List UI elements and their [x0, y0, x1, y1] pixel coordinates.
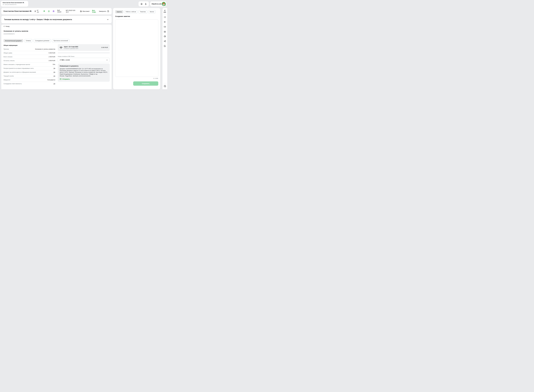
tab-cancellations[interactable]: Отмены — [24, 39, 32, 42]
mail-icon — [60, 78, 61, 80]
finish-label: Завершить — [99, 10, 106, 12]
flag-icon — [43, 10, 45, 12]
c-circle-icon — [48, 10, 50, 12]
external-link-icon — [164, 10, 166, 11]
notes-tabs: Заметка Работа с кейсом Тематика Звонок — [115, 10, 155, 13]
tab-call[interactable]: Звонок — [148, 10, 155, 13]
send-label: Отправить — [62, 78, 70, 80]
client-name: Константин Константинович М. — [4, 10, 32, 12]
tab-topic[interactable]: Тематика — [138, 10, 147, 13]
finish-session-button[interactable]: Завершить — [99, 10, 109, 12]
general-info-section: Общая информация ПричинаУклонение от упл… — [4, 45, 55, 86]
document-info-title: Информация по документу — [60, 65, 108, 67]
document-title: Уклонение от уплаты налогов — [4, 30, 28, 32]
tab-joint-debtors[interactable]: Солидарные должники — [33, 39, 51, 42]
table-row: Осталось списать3 000 RUR — [4, 59, 55, 63]
copy-icon[interactable] — [3, 4, 4, 5]
save-button[interactable]: Сохранить — [133, 81, 158, 86]
arrest-amount: 5 000 RUR — [101, 47, 108, 48]
extra-info-link[interactable]: Доп. инфа — [92, 10, 99, 13]
table-row: Можно списывать с периодических выплат70… — [4, 63, 55, 66]
check-circle-icon[interactable] — [164, 45, 166, 47]
avatar — [162, 2, 166, 6]
document-tabs: Исполнительный документ Отмены Солидарны… — [4, 39, 70, 42]
chevron-left-icon — [4, 26, 5, 27]
tab-case-work[interactable]: Работа с кейсом — [124, 10, 137, 13]
document-info-card: Информация по документу Документ №444400… — [58, 64, 110, 82]
divider — [163, 14, 166, 14]
list-icon[interactable] — [164, 16, 166, 18]
table-row: Текущий платёжДа — [4, 74, 55, 78]
card-icon[interactable] — [164, 26, 166, 28]
current-case-label: Обработка кей... — [152, 3, 162, 5]
document-info-body: Документ №444400099990876 (56 / 13 / 227… — [60, 68, 108, 77]
client-age: 67 лет — [37, 10, 41, 13]
topbar-actions — [139, 1, 149, 6]
table-row: ИммунитетУчитывается — [4, 78, 55, 82]
table-row: Документ на снятие ареста и обращение вз… — [4, 70, 55, 74]
collapsed-strip — [58, 52, 110, 53]
chevron-down-icon[interactable] — [107, 19, 109, 21]
notes-heading: Создание заметки — [115, 15, 130, 17]
tab-note[interactable]: Заметка — [115, 10, 123, 13]
segment-label: Массовый — [83, 10, 89, 12]
screen: Константин Константинович М. 23012670000… — [0, 0, 167, 89]
table-row: Всего списано2 000 RUR — [4, 55, 55, 59]
arrest-status: Отменён 5 декабря 2024 — [64, 48, 101, 49]
channel-web-sbol[interactable]: Веб СБОЛ — [57, 9, 64, 13]
arrest-card[interactable]: Арест • От 4 мая 2023 Отменён 5 декабря … — [58, 44, 110, 51]
table-row: ПричинаУклонение от уплаты алиментов — [4, 47, 55, 51]
client-chip-name: Константин Константинович М. — [3, 2, 27, 3]
context-title: Типовая выписка по вкладу / счёту • Запр… — [4, 19, 72, 20]
document-card: Назад Уклонение от уплаты налогов 444400… — [1, 25, 111, 89]
tools-sidebar: ЦЗК — [163, 8, 167, 89]
table-row: Общая сумма5 000 RUR — [4, 51, 55, 55]
send-button[interactable]: Отправить — [60, 78, 108, 80]
back-link[interactable]: Назад — [4, 26, 9, 27]
sber-logo-icon — [80, 10, 82, 12]
client-chip[interactable]: Константин Константинович М. 23012670000… — [1, 1, 28, 7]
client-id: 23012670000020701 — [5, 4, 17, 5]
speaker-icon[interactable] — [164, 21, 166, 23]
section-title: Общая информация — [4, 45, 55, 46]
alert-bubble-icon[interactable] — [164, 85, 166, 87]
sidebar-item-czk[interactable]: ЦЗК — [164, 10, 166, 13]
current-case-pill[interactable]: Обработка кей... — [150, 1, 166, 6]
tab-execution-protocols[interactable]: Протоколы исполнений — [52, 39, 70, 42]
sms-phone-select[interactable]: +7 900 ••• 12-34 — [58, 58, 110, 62]
logout-icon — [107, 10, 109, 12]
gauge-icon[interactable] — [164, 30, 166, 33]
table-row: Распространяется на новые открываемые сч… — [4, 66, 55, 70]
arrest-title: Арест • От 4 мая 2023 — [64, 46, 101, 47]
scales-icon — [60, 46, 62, 49]
sms-phone-value: +7 900 ••• 12-34 — [60, 59, 70, 61]
gift-icon — [52, 10, 55, 12]
notes-panel: Заметка Работа с кейсом Тематика Звонок … — [113, 8, 160, 89]
char-counter: 0 / 5 000 — [153, 78, 158, 79]
home-icon[interactable] — [140, 3, 143, 5]
document-side-section: Арест • От 4 мая 2023 Отменён 5 декабря … — [58, 44, 110, 82]
document-number: 444400099990876 — [4, 33, 14, 35]
user-icon[interactable] — [145, 3, 147, 5]
chevron-down-icon — [106, 59, 108, 61]
gender-icon — [34, 10, 36, 12]
phone-select-label: Номер телефона СМС-банка — [58, 56, 110, 57]
channel-mobile-sbol: МП СБОЛ iOS 16.0 — [66, 10, 77, 13]
comment-circle-icon[interactable] — [164, 35, 166, 37]
table-row: Солидарная ответственностьДа — [4, 82, 55, 86]
client-header: Константин Константинович М. 67 лет Веб … — [1, 8, 111, 14]
note-textarea[interactable] — [115, 19, 158, 77]
tab-executive-document[interactable]: Исполнительный документ — [4, 39, 23, 42]
context-dropdown[interactable]: Типовая выписка по вкладу / счёту • Запр… — [1, 16, 111, 23]
org-tree-icon[interactable] — [164, 40, 166, 42]
